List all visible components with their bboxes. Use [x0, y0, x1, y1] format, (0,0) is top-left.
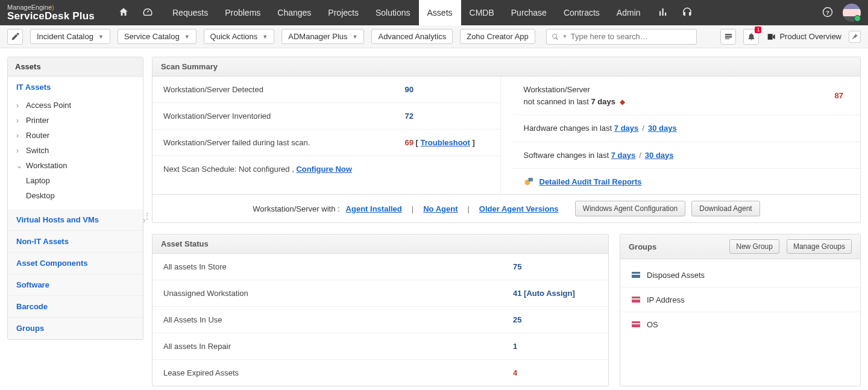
auto-assign-link[interactable]: [Auto Assign]	[524, 289, 575, 298]
inventoried-value[interactable]: 72	[405, 112, 489, 121]
product-overview-button[interactable]: Product Overview	[766, 32, 841, 42]
separator: /	[642, 124, 644, 133]
sidebar-item-desktop[interactable]: Desktop	[26, 188, 143, 203]
gauge-icon[interactable]	[142, 7, 153, 19]
failed-value[interactable]: 69	[405, 138, 414, 147]
sw-30-days-link[interactable]: 30 days	[645, 151, 674, 160]
sidebar-section-software[interactable]: Software	[8, 274, 143, 296]
tab-requests[interactable]: Requests	[164, 0, 216, 25]
audit-trail-row: Detailed Audit Trail Reports	[513, 169, 861, 194]
sidebar-item-router[interactable]: Router	[8, 128, 143, 143]
status-value[interactable]: 25	[513, 315, 597, 324]
sidebar-section-virtual-hosts[interactable]: Virtual Hosts and VMs	[8, 209, 143, 231]
avatar[interactable]	[843, 4, 861, 22]
admanager-button[interactable]: ADManager Plus▼	[281, 29, 364, 44]
sidebar-item-laptop[interactable]: Laptop	[26, 173, 143, 188]
not-scanned-row: Workstation/Server not scanned in last 7…	[513, 77, 861, 115]
quick-actions-dropdown[interactable]: Quick Actions▼	[204, 29, 275, 44]
recent-items-icon[interactable]	[720, 29, 736, 45]
sort-icon[interactable]: ◆	[620, 98, 625, 106]
home-icon[interactable]	[118, 7, 129, 19]
tab-purchase[interactable]: Purchase	[503, 0, 555, 25]
group-label: Disposed Assets	[647, 271, 705, 280]
folder-icon	[631, 270, 641, 280]
compose-icon[interactable]	[7, 29, 23, 45]
sidebar-item-switch[interactable]: Switch	[8, 143, 143, 158]
status-label: All assets In Repair	[163, 342, 513, 351]
tab-cmdb[interactable]: CMDB	[461, 0, 503, 25]
tab-solutions[interactable]: Solutions	[367, 0, 419, 25]
status-label: All Assets In Use	[163, 315, 513, 324]
not-scanned-value[interactable]: 87	[835, 91, 843, 100]
zoho-creator-button[interactable]: Zoho Creator App	[460, 29, 535, 44]
status-value[interactable]: 75	[513, 262, 597, 271]
sidebar-item-printer[interactable]: Printer	[8, 113, 143, 128]
sw-7-days-link[interactable]: 7 days	[611, 151, 635, 160]
groups-title: Groups	[629, 242, 656, 251]
sidebar-item-access-point[interactable]: Access Point	[8, 98, 143, 113]
detected-value[interactable]: 90	[405, 85, 489, 94]
status-value[interactable]: 41	[513, 289, 521, 298]
download-agent-button[interactable]: Download Agent	[691, 201, 760, 216]
tab-changes[interactable]: Changes	[269, 0, 319, 25]
logo[interactable]: ManageEngine) ServiceDesk Plus	[7, 4, 104, 21]
windows-agent-config-button[interactable]: Windows Agent Configuration	[575, 201, 685, 216]
service-catalog-dropdown[interactable]: Service Catalog▼	[118, 29, 197, 44]
sidebar-children-workstation: Laptop Desktop	[8, 173, 143, 203]
advanced-analytics-button[interactable]: Advanced Analytics	[371, 29, 453, 44]
hw-7-days-link[interactable]: 7 days	[614, 124, 638, 133]
hw-30-days-link[interactable]: 30 days	[648, 124, 677, 133]
global-search-input[interactable]: ▼	[546, 29, 697, 45]
troubleshoot-link[interactable]: Troubleshoot	[421, 138, 470, 147]
sidebar-section-non-it-assets[interactable]: Non-IT Assets	[8, 231, 143, 253]
status-value-wrap: 41 [Auto Assign]	[513, 289, 597, 298]
tab-projects[interactable]: Projects	[319, 0, 367, 25]
separator: |	[467, 204, 469, 213]
older-agent-link[interactable]: Older Agent Versions	[479, 204, 559, 213]
sidebar-resize-handle[interactable]: ⋮›	[143, 214, 149, 227]
group-item-ip[interactable]: IP Address	[620, 288, 860, 312]
svg-text:?: ?	[826, 8, 829, 15]
service-catalog-label: Service Catalog	[124, 32, 180, 41]
main: Scan Summary Workstation/Server Detected…	[152, 57, 861, 386]
pin-icon[interactable]	[849, 31, 861, 43]
incident-catalog-dropdown[interactable]: Incident Catalog▼	[30, 29, 110, 44]
notifications-icon[interactable]: 1	[743, 29, 759, 45]
no-agent-link[interactable]: No Agent	[423, 204, 458, 213]
video-icon	[766, 32, 776, 42]
separator: |	[412, 204, 414, 213]
tab-assets[interactable]: Assets	[419, 0, 461, 25]
headset-icon[interactable]	[682, 7, 693, 19]
page-body: Assets IT Assets Access Point Printer Ro…	[0, 48, 868, 390]
tab-contracts[interactable]: Contracts	[555, 0, 608, 25]
sub-bar: Incident Catalog▼ Service Catalog▼ Quick…	[0, 25, 868, 48]
tab-admin[interactable]: Admin	[608, 0, 649, 25]
search-field[interactable]	[571, 32, 691, 41]
hw-prefix: Hardware changes in last	[524, 124, 614, 133]
sidebar-section-groups[interactable]: Groups	[8, 318, 143, 339]
svg-rect-5	[631, 274, 641, 275]
sidebar-tree: Access Point Printer Router Switch Works…	[8, 98, 143, 209]
sidebar-section-it-assets[interactable]: IT Assets	[8, 77, 143, 98]
sidebar-item-workstation[interactable]: Workstation	[8, 158, 143, 173]
status-label: Lease Expired Assets	[163, 368, 513, 377]
status-value[interactable]: 4	[513, 368, 597, 377]
configure-now-link[interactable]: Configure Now	[296, 165, 351, 174]
groups-panel: Groups New Group Manage Groups Disposed …	[620, 234, 861, 386]
product-overview-label: Product Overview	[779, 32, 841, 41]
audit-trail-link[interactable]: Detailed Audit Trail Reports	[539, 177, 642, 186]
reports-icon[interactable]	[658, 7, 668, 19]
sidebar-section-asset-components[interactable]: Asset Components	[8, 253, 143, 274]
detected-label: Workstation/Server Detected	[163, 85, 405, 94]
agent-installed-link[interactable]: Agent Installed	[346, 204, 402, 213]
group-item-os[interactable]: OS	[620, 312, 860, 336]
sw-label: Software changes in last 7 days/30 days	[524, 149, 850, 162]
group-item-disposed[interactable]: Disposed Assets	[620, 263, 860, 288]
sidebar-section-barcode[interactable]: Barcode	[8, 296, 143, 318]
status-value[interactable]: 1	[513, 342, 597, 351]
new-group-button[interactable]: New Group	[729, 239, 779, 254]
help-icon[interactable]: ?	[822, 7, 833, 19]
manage-groups-button[interactable]: Manage Groups	[787, 239, 852, 254]
tab-problems[interactable]: Problems	[216, 0, 269, 25]
folder-icon	[631, 319, 641, 329]
